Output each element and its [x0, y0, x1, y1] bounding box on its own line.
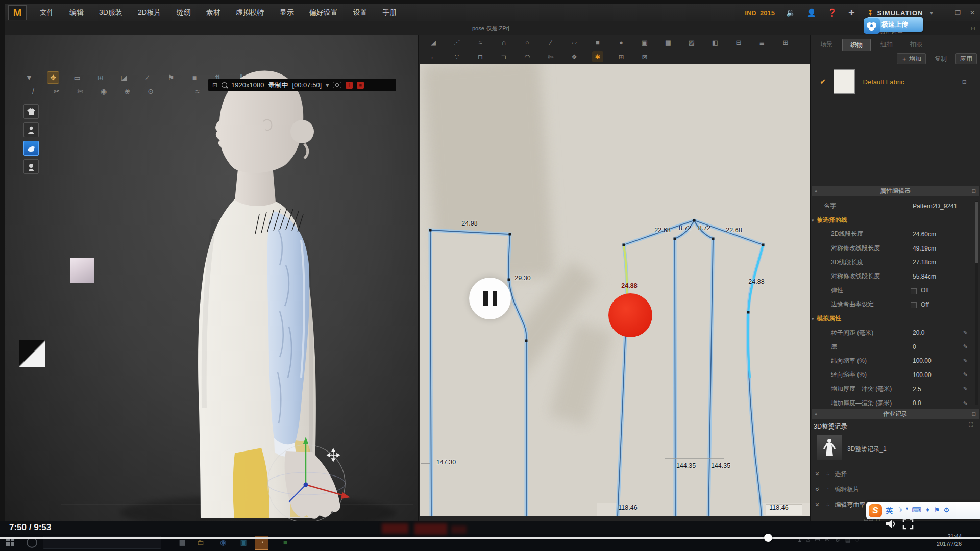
- square-icon[interactable]: ■: [592, 37, 603, 48]
- property-row[interactable]: 模拟属性 ✎: [811, 312, 977, 326]
- dart-icon[interactable]: ▣: [639, 37, 650, 48]
- simulation-dropdown[interactable]: ▼▼ SIMULATION ▾: [868, 9, 934, 17]
- edit-pencil-icon[interactable]: ✎: [963, 330, 968, 336]
- property-scrollbar[interactable]: [975, 201, 978, 405]
- fabric-button[interactable]: ＋ 增加: [897, 53, 926, 64]
- polygon-icon[interactable]: ∕: [545, 37, 556, 48]
- menu-item[interactable]: 编辑: [69, 8, 84, 17]
- popout-icon[interactable]: ⊡: [972, 411, 976, 417]
- minus-box-icon[interactable]: ⊟: [733, 37, 744, 48]
- detach-sew-icon[interactable]: ✄: [545, 51, 556, 62]
- fabric-swatch[interactable]: [834, 69, 855, 94]
- property-row[interactable]: 3D线段长度 27.18cm ✎: [811, 255, 977, 269]
- history-group-icon[interactable]: ⛶: [969, 421, 973, 428]
- player-progress-bar[interactable]: [0, 537, 980, 539]
- circle-icon[interactable]: ●: [616, 37, 627, 48]
- rectangle-icon[interactable]: ▱: [569, 37, 580, 48]
- restore-button[interactable]: ❐: [955, 9, 961, 16]
- record-stop-button[interactable]: ■: [357, 82, 364, 89]
- app-logo[interactable]: M: [8, 5, 27, 20]
- ime-toolbar[interactable]: S 英☽❜⌨✦⚑⚙: [866, 502, 980, 519]
- pleats-icon[interactable]: ≣: [756, 37, 768, 48]
- ime-fullmoon-icon[interactable]: ☽: [896, 506, 902, 515]
- grid-show-icon[interactable]: ⊞: [616, 51, 627, 62]
- ime-toolbox-icon[interactable]: ⚙: [944, 506, 950, 515]
- object-tab[interactable]: 场景: [813, 39, 840, 50]
- curve-sew-icon[interactable]: ◠: [522, 51, 533, 62]
- segment-sew-icon[interactable]: ⌐: [428, 51, 439, 62]
- edit-pencil-icon[interactable]: ✎: [963, 400, 968, 407]
- edit-pencil-icon[interactable]: ✎: [963, 371, 968, 378]
- menu-item[interactable]: 素材: [206, 8, 220, 17]
- edit-point-icon[interactable]: ⋰: [451, 37, 462, 48]
- fullscreen-icon[interactable]: [902, 518, 914, 530]
- viewport-3d[interactable]: ▼✥▭⊞◪∕⚑■⇅‖ /✂✄◉❀⊙–≈: [5, 35, 419, 521]
- half-icon[interactable]: ◧: [709, 37, 721, 48]
- property-row[interactable]: 2D线段长度 24.60cm ✎: [811, 227, 977, 241]
- help-icon[interactable]: ❓: [827, 8, 837, 17]
- history-row[interactable]: » ∴ 选择: [811, 466, 980, 482]
- free-sew-icon[interactable]: ∵: [451, 51, 462, 62]
- grid-hide-icon[interactable]: ⊠: [639, 51, 650, 62]
- user-icon[interactable]: 👤: [807, 8, 817, 17]
- plus-box-icon[interactable]: ⊞: [780, 37, 791, 48]
- history-header[interactable]: ● 作业记录 ⊡: [812, 409, 979, 419]
- popout-icon[interactable]: ⊡: [972, 188, 976, 194]
- history-row[interactable]: » ∴ 编辑板片: [811, 482, 980, 497]
- close-button[interactable]: ✕: [970, 9, 975, 16]
- pattern-canvas[interactable]: 24.9829.30147.30118.4622.688.728.7222.68…: [420, 64, 810, 516]
- pattern-window-2d[interactable]: ◢⋰≈∩○∕▱■●▣▦▨◧⊟≣⊞ ⌐∵⊓⊐◠✄❖✱⊞⊠: [419, 35, 811, 521]
- account-id[interactable]: IND_2015: [745, 9, 775, 17]
- ime-punctuation-icon[interactable]: ❜: [906, 506, 909, 515]
- property-row[interactable]: 名字 Pattern2D_9241 ✎: [811, 199, 977, 213]
- pause-overlay-button[interactable]: [469, 278, 511, 319]
- edit-pencil-icon[interactable]: ✎: [963, 386, 968, 392]
- grid-dart-icon[interactable]: ▦: [663, 37, 674, 48]
- menu-item[interactable]: 显示: [280, 8, 294, 17]
- hatch-icon[interactable]: ▨: [686, 37, 697, 48]
- edit-pencil-icon[interactable]: ✎: [963, 343, 968, 350]
- transform-pattern-icon[interactable]: ◢: [428, 37, 439, 48]
- ime-skin-icon[interactable]: ⚑: [934, 506, 940, 515]
- edit-sew-icon[interactable]: ⊐: [498, 51, 509, 62]
- property-row[interactable]: 增加厚度—渲染 (毫米) 0.0 ✎: [811, 396, 977, 408]
- weiyun-cloud-icon[interactable]: [864, 18, 880, 34]
- minimize-button[interactable]: –: [942, 9, 946, 16]
- object-tab[interactable]: 织物: [842, 39, 871, 51]
- ime-keyboard-icon[interactable]: ⌨: [912, 506, 921, 515]
- property-row[interactable]: 经向缩率 (%) 100.00 ✎: [811, 368, 977, 382]
- volume-icon[interactable]: [885, 518, 897, 530]
- ime-mic-icon[interactable]: ✦: [925, 506, 930, 515]
- object-tab[interactable]: 纽扣: [873, 39, 900, 50]
- menu-item[interactable]: 偏好设置: [309, 8, 338, 17]
- record-pause-button[interactable]: ‖: [346, 82, 353, 89]
- property-row[interactable]: 粒子间距 (毫米) 20.0 ✎: [811, 325, 977, 340]
- add-point-icon[interactable]: ○: [522, 37, 533, 48]
- property-row[interactable]: 被选择的线 ✎: [811, 213, 977, 228]
- history-item-icon[interactable]: [817, 435, 842, 460]
- simulate-2d-icon[interactable]: ✱: [592, 51, 603, 62]
- menu-item[interactable]: 文件: [40, 8, 54, 17]
- texture-icon[interactable]: ❖: [569, 51, 580, 62]
- menu-item[interactable]: 手册: [383, 8, 397, 17]
- edit-curve-icon[interactable]: ≈: [475, 37, 486, 48]
- sogou-logo-icon[interactable]: S: [869, 504, 882, 517]
- menu-item[interactable]: 缝纫: [177, 8, 191, 17]
- m-n-sew-icon[interactable]: ⊓: [475, 51, 486, 62]
- player-playhead[interactable]: [764, 534, 772, 542]
- sound-icon[interactable]: 🔉: [786, 8, 796, 17]
- taskbar-clock[interactable]: 21:44 2017/7/26: [926, 533, 962, 548]
- menu-item[interactable]: 虚拟模特: [236, 8, 264, 17]
- fabric-list-item[interactable]: ✔ Default Fabric ⊡: [811, 67, 980, 96]
- menu-item[interactable]: 设置: [353, 8, 368, 17]
- property-row[interactable]: 层 0 ✎: [811, 340, 977, 354]
- camera-icon[interactable]: [333, 82, 341, 88]
- menu-item[interactable]: 2D板片: [138, 8, 161, 17]
- property-row[interactable]: 边缘弯曲率设定 Off ✎: [811, 297, 977, 312]
- property-row[interactable]: 纬向缩率 (%) 100.00 ✎: [811, 354, 977, 368]
- property-editor-header[interactable]: ● 属性编辑器 ⊡: [812, 186, 979, 196]
- chevron-down-icon[interactable]: ▾: [326, 82, 329, 89]
- garment-share-icon[interactable]: ✚: [848, 8, 855, 17]
- property-row[interactable]: 弹性 Off ✎: [811, 284, 977, 298]
- property-row[interactable]: 对称修改线段长度 55.84cm ✎: [811, 269, 977, 284]
